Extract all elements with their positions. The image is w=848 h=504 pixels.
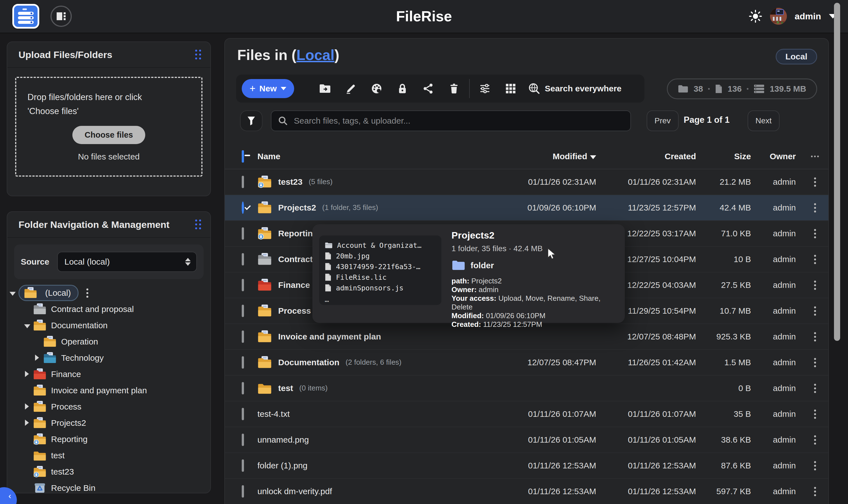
table-row-folder-1-png[interactable]: folder (1).png 01/11/26 12:53AM 01/11/26… (225, 453, 828, 479)
delete-button[interactable] (441, 78, 467, 99)
tree-item-test23[interactable]: test23 (7, 464, 210, 480)
tree-item-recycle-bin[interactable]: Recycle Bin (7, 480, 210, 493)
row-menu-kebab-icon[interactable] (801, 384, 828, 393)
file-name[interactable]: Invoice and payment plan (278, 332, 381, 341)
filter-button[interactable] (240, 110, 263, 131)
tree-item-documentation[interactable]: Documentation (7, 317, 210, 334)
row-menu-kebab-icon[interactable] (801, 435, 828, 445)
column-header-modified[interactable]: Modified (505, 152, 601, 161)
folder-menu-kebab-icon[interactable] (86, 288, 88, 298)
tooltip-type-label: folder (471, 261, 494, 270)
row-checkbox[interactable] (242, 227, 244, 240)
tree-item-process[interactable]: Process (7, 399, 210, 415)
row-checkbox[interactable] (242, 460, 244, 472)
tree-collapse-caret-icon[interactable] (24, 402, 30, 412)
table-row-test23[interactable]: test23 (5 files) 01/11/26 02:31AM 01/11/… (225, 169, 828, 195)
file-name[interactable]: Projects2 (278, 203, 316, 213)
filerise-logo-icon[interactable] (12, 4, 39, 29)
tag-color-button[interactable] (364, 78, 389, 99)
file-name[interactable]: Reporting (278, 229, 318, 238)
table-row-test[interactable]: test (0 items) 0 B admin (225, 376, 828, 401)
filter-options-button[interactable] (472, 78, 498, 99)
grid-view-button[interactable] (498, 78, 524, 99)
row-menu-kebab-icon[interactable] (801, 487, 828, 496)
tree-item-reporting[interactable]: Reporting (7, 431, 210, 447)
tree-collapse-caret-icon[interactable] (24, 370, 30, 379)
lock-button[interactable] (389, 78, 415, 99)
tree-item-operation[interactable]: Operation (7, 334, 210, 350)
file-name[interactable]: test-4.txt (258, 409, 290, 419)
tree-item-technology[interactable]: Technology (7, 350, 210, 366)
search-input[interactable] (293, 115, 624, 126)
new-button[interactable]: + New (242, 79, 294, 98)
column-header-size[interactable]: Size (701, 152, 756, 161)
theme-toggle-sun-icon[interactable] (749, 10, 762, 23)
row-checkbox[interactable] (242, 356, 244, 368)
drag-handle-icon[interactable] (195, 50, 201, 60)
table-row-unnamed-png[interactable]: unnamed.png 01/11/26 01:05AM 01/11/26 01… (225, 427, 828, 453)
upload-dropzone[interactable]: Drop files/folders here or click 'Choose… (15, 77, 202, 177)
row-menu-kebab-icon[interactable] (801, 281, 828, 290)
rename-button[interactable] (338, 78, 364, 99)
column-header-name[interactable]: Name (258, 152, 505, 161)
row-checkbox[interactable] (242, 382, 244, 394)
row-menu-kebab-icon[interactable] (801, 410, 828, 419)
row-checkbox[interactable] (242, 434, 244, 446)
select-all-checkbox[interactable] (242, 150, 244, 163)
search-everywhere-button[interactable]: Search everywhere (528, 83, 622, 95)
column-header-owner[interactable]: Owner (756, 152, 801, 161)
tree-item-contract-and-proposal[interactable]: Contract and proposal (7, 301, 210, 317)
layout-toggle-button[interactable] (51, 6, 72, 27)
file-name[interactable]: Process (278, 306, 311, 316)
row-checkbox[interactable] (242, 201, 244, 214)
next-page-button[interactable]: Next (748, 110, 780, 131)
file-name[interactable]: Finance (278, 280, 310, 290)
current-folder-link[interactable]: Local (296, 47, 335, 63)
prev-page-button[interactable]: Prev (647, 110, 678, 131)
column-options-button[interactable] (801, 156, 828, 157)
row-menu-kebab-icon[interactable] (801, 177, 828, 187)
row-checkbox[interactable] (242, 279, 244, 291)
column-header-created[interactable]: Created (601, 152, 701, 161)
row-menu-kebab-icon[interactable] (801, 332, 828, 341)
tree-item-invoice-and-payment-plan[interactable]: Invoice and payment plan (7, 382, 210, 399)
row-checkbox[interactable] (242, 305, 244, 317)
tree-item-test[interactable]: test (7, 447, 210, 464)
row-checkbox[interactable] (242, 408, 244, 420)
table-row-documentation[interactable]: Documentation (2 folders, 6 files) 12/07… (225, 350, 828, 376)
file-name[interactable]: Documentation (278, 358, 339, 367)
file-name[interactable]: test (278, 383, 293, 393)
row-checkbox[interactable] (242, 253, 244, 266)
row-menu-kebab-icon[interactable] (801, 203, 828, 213)
source-select[interactable]: Local (local) (57, 252, 197, 272)
drag-handle-icon[interactable] (195, 219, 201, 230)
tree-item-projects2[interactable]: Projects2 (7, 415, 210, 431)
row-menu-kebab-icon[interactable] (801, 461, 828, 470)
row-menu-kebab-icon[interactable] (801, 306, 828, 316)
tree-item-finance[interactable]: Finance (7, 366, 210, 382)
row-menu-kebab-icon[interactable] (801, 358, 828, 367)
file-name[interactable]: test23 (278, 177, 303, 187)
tree-collapse-caret-icon[interactable] (34, 353, 40, 363)
choose-files-button[interactable]: Choose files (72, 126, 145, 144)
scrollbar-thumb[interactable] (834, 3, 840, 341)
tree-collapse-caret-icon[interactable] (24, 418, 30, 428)
row-menu-kebab-icon[interactable] (801, 229, 828, 238)
user-avatar[interactable] (770, 8, 787, 25)
share-button[interactable] (415, 78, 441, 99)
table-row-projects2[interactable]: Projects2 (1 folder, 35 files) 01/09/26 … (225, 195, 828, 221)
table-row-test-4-txt[interactable]: test-4.txt 01/11/26 01:07AM 01/11/26 01:… (225, 401, 828, 427)
tree-expand-caret-icon[interactable] (10, 288, 15, 298)
tree-expand-caret-icon[interactable] (24, 321, 30, 330)
file-name[interactable]: folder (1).png (258, 461, 307, 470)
file-name[interactable]: unnamed.png (258, 435, 309, 445)
tree-item-local[interactable]: (Local) (7, 285, 210, 301)
row-checkbox[interactable] (242, 176, 244, 188)
row-checkbox[interactable] (242, 485, 244, 498)
row-menu-kebab-icon[interactable] (801, 255, 828, 264)
selected-folder-pill[interactable]: (Local) (18, 285, 78, 301)
row-checkbox[interactable] (242, 330, 244, 343)
move-to-folder-button[interactable] (312, 78, 338, 99)
table-row-unlock-dm-verity-pdf[interactable]: unlock dm-verity.pdf 01/11/26 12:53AM 01… (225, 479, 828, 504)
file-name[interactable]: unlock dm-verity.pdf (258, 487, 332, 496)
